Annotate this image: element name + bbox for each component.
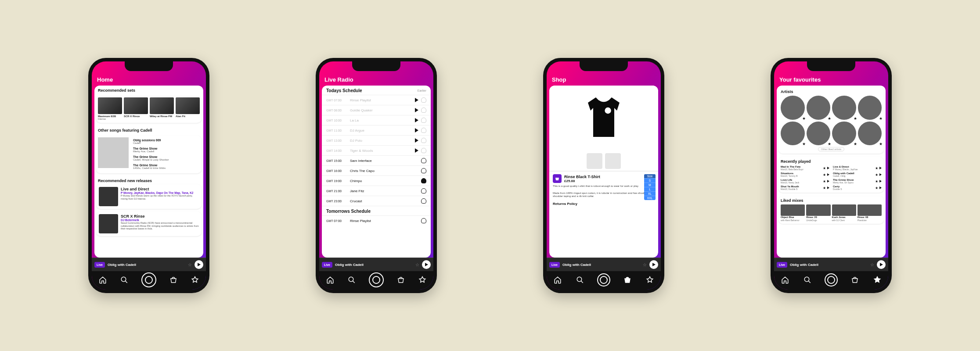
recent-item[interactable]: Shut Ya MouthMok10, Double S★ — [781, 185, 829, 190]
artist-avatar[interactable] — [807, 122, 831, 146]
artist-avatar[interactable] — [781, 122, 805, 146]
set-item[interactable]: Alan Fit — [176, 97, 200, 120]
other-artists-pill[interactable]: Other liked artists — [818, 147, 845, 151]
returns-policy-link[interactable]: Returns Policy — [553, 200, 655, 206]
play-icon[interactable] — [827, 167, 829, 169]
schedule-row[interactable]: GMT 23:00Crucast — [322, 196, 431, 206]
now-playing[interactable]: Oblig with Cadell — [790, 263, 868, 267]
artist-avatar[interactable] — [832, 122, 856, 146]
play-icon[interactable] — [879, 186, 882, 189]
schedule-row[interactable]: GMT 13:00DJ Polo — [322, 135, 431, 145]
star-icon[interactable]: ★ — [823, 173, 826, 177]
play-icon[interactable] — [827, 180, 829, 183]
schedule-row[interactable]: GMT 21:00Jane Fitz — [322, 186, 431, 196]
play-icon[interactable] — [415, 138, 418, 143]
release-item[interactable]: Live and Direct P Money, JayKae, Blacks,… — [96, 184, 202, 209]
favourite-icon[interactable]: ☆ — [188, 262, 192, 267]
bell-icon[interactable] — [421, 138, 426, 143]
bell-icon[interactable] — [421, 118, 426, 123]
nav-home-icon[interactable] — [780, 275, 790, 285]
bell-icon[interactable] — [421, 178, 426, 183]
nav-favourites-icon[interactable] — [190, 275, 200, 285]
mix-item[interactable]: Rinse: 08Plastician — [858, 204, 882, 222]
nav-shop-icon[interactable] — [396, 275, 406, 285]
size-option[interactable]: L — [644, 187, 656, 191]
star-icon[interactable]: ★ — [875, 186, 878, 190]
size-option[interactable]: S — [644, 178, 656, 183]
recent-item[interactable]: Live & DirectP Money, Blacks, JayKae★ — [833, 165, 882, 171]
set-item[interactable]: Maximum B2B Intense — [98, 97, 122, 120]
recent-item[interactable]: The Grime ShowMerky Ace, Sir Spyro★ — [833, 179, 882, 184]
product-thumb[interactable] — [605, 153, 621, 169]
now-playing[interactable]: Oblig with Cadell — [335, 263, 413, 267]
now-playing[interactable]: Oblig with Cadell — [108, 263, 185, 267]
star-icon[interactable]: ★ — [823, 179, 826, 183]
artist-avatar[interactable] — [858, 96, 882, 120]
nav-search-icon[interactable] — [803, 275, 812, 285]
nav-search-icon[interactable] — [347, 275, 357, 285]
schedule-row[interactable]: GMT 16:00Chris The Capo — [322, 165, 431, 176]
nav-radio-icon[interactable] — [825, 273, 838, 287]
mix-item[interactable]: Kush Joneswith DJ Clent — [832, 204, 856, 222]
play-button[interactable] — [195, 260, 203, 269]
nav-search-icon[interactable] — [575, 275, 585, 285]
favourite-icon[interactable]: ☆ — [415, 262, 419, 267]
star-icon[interactable]: ★ — [875, 173, 878, 177]
favourite-icon[interactable]: ☆ — [643, 262, 647, 267]
star-icon[interactable]: ★ — [823, 166, 826, 170]
earlier-link[interactable]: Earlier — [418, 89, 426, 92]
nav-radio-icon[interactable] — [597, 273, 610, 287]
nav-radio-icon[interactable] — [369, 272, 384, 287]
play-icon[interactable] — [879, 167, 882, 169]
play-icon[interactable] — [879, 180, 882, 183]
artist-avatar[interactable] — [858, 122, 882, 146]
play-icon[interactable] — [827, 173, 829, 176]
nav-home-icon[interactable] — [98, 275, 108, 285]
play-icon[interactable] — [415, 118, 418, 122]
bell-icon[interactable] — [421, 107, 426, 113]
bell-icon[interactable] — [421, 128, 426, 133]
size-dropdown[interactable]: Size S M L XL XXL — [644, 174, 656, 200]
play-button[interactable] — [422, 260, 431, 269]
nav-home-icon[interactable] — [325, 275, 335, 285]
product-thumb[interactable] — [587, 153, 602, 169]
bell-icon[interactable] — [421, 198, 426, 204]
play-button[interactable] — [877, 260, 886, 269]
nav-shop-icon[interactable] — [850, 275, 860, 285]
play-icon[interactable] — [415, 128, 418, 133]
play-icon[interactable] — [827, 186, 829, 189]
now-playing[interactable]: Oblig with Cadell — [562, 263, 640, 267]
schedule-row[interactable]: GMT 15:00Sam Interface — [322, 155, 431, 165]
mix-item[interactable]: Rinse: 20UncleDugs — [806, 204, 830, 222]
recent-item[interactable]: Love LifeMok10, Nasty Jack★ — [781, 179, 829, 184]
release-item[interactable]: SCR X Rinse DJ Botermelk Seoul Community… — [96, 211, 202, 236]
set-item[interactable]: Wiley at Rinse FM — [150, 97, 174, 120]
song-row[interactable]: Oblig sessions 009Cadell — [131, 137, 200, 146]
size-option[interactable]: M — [644, 183, 656, 187]
song-row[interactable]: The Grime Show140As, Cadell & Izzie Gibb… — [131, 162, 200, 171]
schedule-row[interactable]: GMT 07:00Rinse Playlist — [322, 215, 431, 226]
nav-shop-icon[interactable] — [169, 275, 178, 285]
play-icon[interactable] — [415, 98, 418, 102]
nav-shop-icon[interactable] — [623, 275, 632, 285]
play-icon[interactable] — [415, 108, 418, 112]
schedule-row[interactable]: GMT 07:00Rinse Playlist — [322, 95, 431, 105]
artist-avatar[interactable] — [807, 96, 831, 120]
recent-item[interactable]: Mad In The FeteMok10, Bala Bala Boyz★ — [781, 165, 829, 171]
artist-avatar[interactable] — [832, 96, 856, 120]
bell-icon[interactable] — [421, 97, 426, 103]
set-item[interactable]: SCR X Rince — [124, 97, 148, 120]
star-icon[interactable]: ★ — [823, 186, 826, 190]
play-icon[interactable] — [415, 148, 418, 153]
song-row[interactable]: The Grime ShowMerky Ace, Cadell — [131, 146, 200, 154]
play-button[interactable] — [649, 260, 658, 269]
play-icon[interactable] — [879, 173, 882, 176]
star-icon[interactable]: ★ — [875, 166, 878, 170]
size-option[interactable]: XL — [644, 191, 656, 196]
mix-item[interactable]: Object Bluewith Mani Bahamur — [781, 204, 805, 222]
recent-item[interactable]: CertyDouble S★ — [833, 185, 882, 190]
schedule-row[interactable]: GMT 14:00Tiger & Woods — [322, 145, 431, 155]
nav-favourites-icon[interactable] — [418, 275, 427, 285]
nav-search-icon[interactable] — [119, 275, 129, 285]
nav-radio-icon[interactable] — [141, 272, 156, 287]
